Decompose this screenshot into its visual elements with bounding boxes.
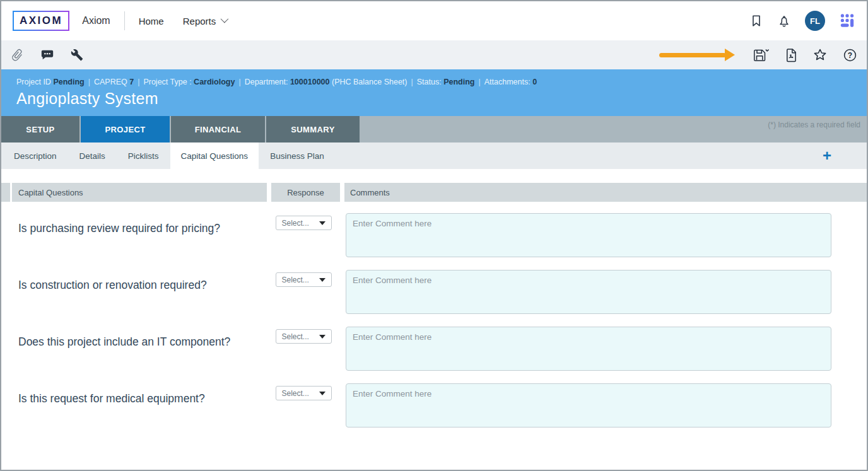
question-row: Is this request for medical equipment? S…	[1, 383, 867, 440]
meta-value: Pending	[443, 78, 474, 86]
row-selector-header	[1, 183, 10, 202]
save-button[interactable]	[753, 47, 769, 62]
caret-down-icon	[319, 392, 326, 395]
tab-summary[interactable]: SUMMARY	[266, 116, 360, 142]
nav-reports-label: Reports	[183, 16, 216, 26]
caret-down-icon	[319, 335, 326, 339]
tools-button[interactable]	[71, 49, 83, 61]
notifications-button[interactable]	[777, 14, 791, 28]
axiom-logo[interactable]: AXIOM	[13, 11, 69, 31]
tab-project[interactable]: PROJECT	[81, 116, 170, 142]
export-pdf-button[interactable]	[784, 48, 797, 62]
comment-input[interactable]	[346, 213, 831, 257]
project-banner: Project ID Pending|CAPREQ 7|Project Type…	[1, 69, 867, 116]
comment-input[interactable]	[346, 383, 831, 427]
save-icon	[753, 47, 769, 62]
subtab-business-plan[interactable]: Business Plan	[259, 142, 336, 169]
question-row: Is construction or renovation required? …	[1, 270, 867, 327]
meta-value: Pending	[53, 78, 84, 86]
tab-financial[interactable]: FINANCIAL	[171, 116, 265, 142]
capital-questions-sheet: Capital Questions Response Comments Is p…	[1, 169, 867, 470]
question-text: Is purchasing review required for pricin…	[1, 213, 267, 270]
chevron-down-icon	[221, 15, 229, 23]
meta-suffix: (PHC Balance Sheet)	[332, 78, 408, 86]
subtab-capital-questions[interactable]: Capital Questions	[170, 142, 259, 169]
column-header-capital-questions: Capital Questions	[12, 183, 267, 202]
meta-label: Status:	[417, 78, 442, 86]
help-button[interactable]: ?	[843, 48, 857, 62]
caret-down-icon	[319, 278, 326, 282]
meta-value: 100010000	[290, 78, 330, 86]
sub-tab-bar: Description Details Picklists Capital Qu…	[1, 142, 867, 169]
response-select[interactable]: Select...	[276, 272, 332, 287]
meta-label: Project ID	[16, 78, 51, 86]
wrench-icon	[71, 49, 83, 61]
nav-home-label: Home	[139, 16, 164, 26]
comment-input[interactable]	[346, 270, 831, 314]
pdf-file-icon	[784, 48, 797, 62]
comment-input[interactable]	[346, 327, 831, 371]
report-toolbar: ?	[1, 40, 867, 69]
question-row: Does this project include an IT componen…	[1, 327, 867, 383]
caret-down-icon	[319, 221, 326, 225]
subtab-description[interactable]: Description	[3, 142, 68, 169]
meta-label: Department:	[245, 78, 288, 86]
select-label: Select...	[282, 276, 309, 284]
top-navigation-bar: AXIOM Axiom Home Reports	[1, 1, 867, 40]
nav-divider	[124, 11, 125, 30]
callout-arrow-body	[659, 53, 726, 57]
bell-icon	[777, 14, 791, 28]
chat-bubble-icon	[40, 48, 54, 62]
response-select[interactable]: Select...	[276, 386, 332, 400]
select-label: Select...	[282, 389, 309, 398]
meta-label: Project Type :	[143, 78, 191, 86]
question-text: Is this request for medical equipment?	[1, 383, 267, 440]
meta-value: Cardiology	[194, 78, 235, 86]
meta-value: 0	[532, 78, 537, 86]
question-text: Does this project include an IT componen…	[1, 327, 267, 383]
help-icon: ?	[843, 48, 857, 62]
apps-menu-button[interactable]	[839, 13, 855, 29]
select-label: Select...	[282, 219, 309, 228]
tab-setup[interactable]: SETUP	[1, 116, 79, 142]
main-tab-bar: SETUP PROJECT FINANCIAL SUMMARY (*) Indi…	[1, 116, 867, 142]
meta-label: CAPREQ	[94, 78, 127, 86]
subtab-picklists[interactable]: Picklists	[117, 142, 170, 169]
attachments-button[interactable]	[11, 49, 24, 62]
required-field-note: (*) Indicates a required field	[768, 116, 867, 142]
response-select[interactable]: Select...	[276, 216, 332, 230]
grid-header-row: Capital Questions Response Comments	[1, 183, 867, 202]
question-row: Is purchasing review required for pricin…	[1, 213, 867, 270]
project-meta-line: Project ID Pending|CAPREQ 7|Project Type…	[16, 78, 852, 86]
user-avatar[interactable]: FL	[805, 11, 825, 31]
apps-grid-icon	[839, 13, 855, 29]
comments-button[interactable]	[40, 48, 54, 62]
subtab-details[interactable]: Details	[68, 142, 117, 169]
column-header-comments: Comments	[344, 183, 867, 202]
meta-value: 7	[129, 78, 134, 86]
page-title: Angioplasty System	[16, 90, 852, 108]
select-label: Select...	[282, 332, 309, 341]
nav-item-reports[interactable]: Reports	[183, 16, 227, 26]
bookmark-button[interactable]	[749, 14, 763, 28]
callout-arrow-head	[725, 49, 735, 61]
add-tab-icon[interactable]: +	[823, 145, 831, 166]
svg-text:?: ?	[848, 50, 852, 59]
brand-name: Axiom	[82, 15, 110, 26]
app-window: AXIOM Axiom Home Reports	[0, 0, 868, 471]
response-select[interactable]: Select...	[276, 329, 332, 344]
question-text: Is construction or renovation required?	[1, 270, 267, 327]
nav-item-home[interactable]: Home	[139, 16, 164, 26]
meta-label: Attachments:	[484, 78, 531, 86]
bookmark-icon	[749, 14, 763, 28]
favorite-button[interactable]	[812, 47, 828, 62]
callout-arrow	[659, 49, 735, 61]
paperclip-icon	[11, 49, 24, 62]
column-header-response: Response	[271, 183, 340, 202]
star-icon	[812, 47, 828, 62]
